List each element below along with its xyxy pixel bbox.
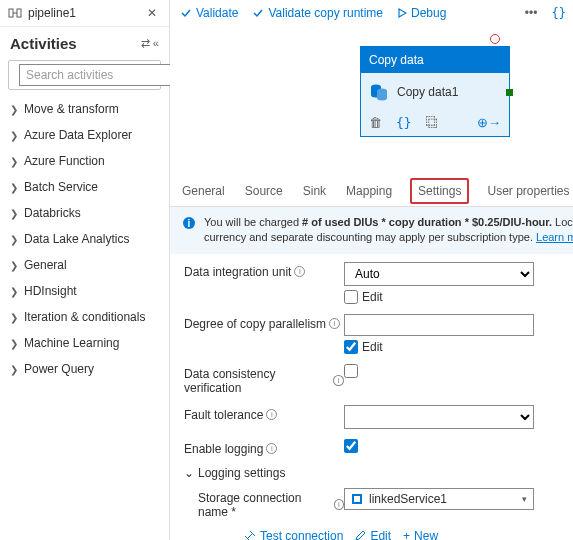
- storage-connection-select[interactable]: linkedService1 ▾: [344, 488, 534, 510]
- tree-item[interactable]: ❯Databricks: [0, 200, 169, 226]
- tree-item[interactable]: ❯Power Query: [0, 356, 169, 382]
- diu-edit-checkbox[interactable]: [344, 290, 358, 304]
- node-header: Copy data: [361, 47, 509, 73]
- info-icon: i: [182, 216, 196, 230]
- tree-item[interactable]: ❯General: [0, 252, 169, 278]
- chevron-right-icon: ❯: [10, 104, 18, 115]
- svg-rect-0: [9, 9, 13, 17]
- tab-source[interactable]: Source: [243, 176, 285, 206]
- copy-data-node[interactable]: Copy data Copy data1 🗑 {} ⿻ ⊕→: [360, 46, 510, 137]
- pencil-icon: [355, 530, 366, 540]
- tab-general[interactable]: General: [180, 176, 227, 206]
- chevron-right-icon: ❯: [10, 208, 18, 219]
- logging-label: Enable logging: [184, 442, 263, 456]
- tree-item[interactable]: ❯HDInsight: [0, 278, 169, 304]
- validate-button[interactable]: Validate: [180, 6, 238, 20]
- close-icon[interactable]: ✕: [143, 6, 161, 20]
- pricing-info-banner: i You will be charged # of used DIUs * c…: [170, 207, 573, 254]
- chevron-right-icon: ❯: [10, 260, 18, 271]
- new-connection-button[interactable]: +New: [403, 529, 438, 540]
- copy-data-icon: [369, 83, 389, 101]
- consistency-checkbox[interactable]: [344, 364, 358, 378]
- info-icon[interactable]: i: [294, 266, 305, 277]
- info-icon[interactable]: i: [329, 318, 340, 329]
- pipeline-title: pipeline1: [28, 6, 143, 20]
- chevron-right-icon: ❯: [10, 182, 18, 193]
- chevron-right-icon: ❯: [10, 338, 18, 349]
- validation-error-icon[interactable]: [490, 34, 500, 44]
- chevron-right-icon: ❯: [10, 312, 18, 323]
- expand-collapse-icon[interactable]: ⇄ «: [141, 37, 159, 50]
- chevron-right-icon: ❯: [10, 130, 18, 141]
- plus-icon: +: [403, 529, 410, 540]
- activities-heading: Activities: [10, 35, 141, 52]
- linked-service-icon: [351, 493, 363, 505]
- info-icon[interactable]: i: [333, 375, 344, 386]
- connection-icon: [244, 530, 256, 540]
- node-output-icon[interactable]: ⊕→: [477, 115, 501, 130]
- consistency-label: Data consistency verification: [184, 367, 330, 395]
- tab-sink[interactable]: Sink: [301, 176, 328, 206]
- tab-user-properties[interactable]: User properties: [485, 176, 571, 206]
- chevron-right-icon: ❯: [10, 234, 18, 245]
- validate-runtime-button[interactable]: Validate copy runtime: [252, 6, 383, 20]
- svg-rect-14: [354, 496, 360, 502]
- tree-item[interactable]: ❯Machine Learning: [0, 330, 169, 356]
- edit-connection-button[interactable]: Edit: [355, 529, 391, 540]
- toolbar-more-icon[interactable]: •••: [525, 6, 538, 20]
- check-icon: [180, 7, 192, 19]
- play-icon: [397, 8, 407, 18]
- tree-item[interactable]: ❯Azure Data Explorer: [0, 122, 169, 148]
- chevron-right-icon: ❯: [10, 156, 18, 167]
- test-connection-button[interactable]: Test connection: [244, 529, 343, 540]
- tree-item[interactable]: ❯Iteration & conditionals: [0, 304, 169, 330]
- settings-tabs: GeneralSourceSinkMappingSettingsUser pro…: [170, 176, 573, 207]
- fault-label: Fault tolerance: [184, 408, 263, 422]
- logging-settings-toggle[interactable]: ⌄Logging settings: [184, 466, 573, 480]
- delete-icon[interactable]: 🗑: [369, 115, 382, 130]
- svg-rect-1: [17, 9, 21, 17]
- code-view-icon[interactable]: {}: [551, 6, 565, 20]
- info-icon[interactable]: i: [266, 443, 277, 454]
- check-icon: [252, 7, 264, 19]
- parallelism-label: Degree of copy parallelism: [184, 317, 326, 331]
- tab-mapping[interactable]: Mapping: [344, 176, 394, 206]
- chevron-down-icon: ⌄: [184, 466, 194, 480]
- node-code-icon[interactable]: {}: [396, 115, 412, 130]
- pipeline-canvas[interactable]: Copy data Copy data1 🗑 {} ⿻ ⊕→ ⊡ +: [170, 26, 573, 176]
- tree-item[interactable]: ❯Batch Service: [0, 174, 169, 200]
- node-name: Copy data1: [397, 85, 458, 99]
- info-icon[interactable]: i: [334, 499, 344, 510]
- search-input-wrap[interactable]: [8, 60, 161, 90]
- info-icon[interactable]: i: [266, 409, 277, 420]
- chevron-down-icon: ▾: [522, 494, 527, 504]
- search-input[interactable]: [19, 64, 183, 86]
- tree-item[interactable]: ❯Data Lake Analytics: [0, 226, 169, 252]
- tree-item[interactable]: ❯Move & transform: [0, 96, 169, 122]
- learn-more-link[interactable]: Learn more: [536, 231, 573, 243]
- tab-settings[interactable]: Settings: [410, 178, 469, 204]
- diu-label: Data integration unit: [184, 265, 291, 279]
- tree-item[interactable]: ❯Azure Function: [0, 148, 169, 174]
- node-success-handle[interactable]: [506, 89, 513, 96]
- activities-tree: ❯Move & transform❯Azure Data Explorer❯Az…: [0, 96, 169, 540]
- debug-button[interactable]: Debug: [397, 6, 446, 20]
- parallelism-edit-checkbox[interactable]: [344, 340, 358, 354]
- chevron-right-icon: ❯: [10, 364, 18, 375]
- pipeline-icon: [8, 6, 22, 20]
- logging-checkbox[interactable]: [344, 439, 358, 453]
- pipeline-tab[interactable]: pipeline1 ✕: [0, 0, 169, 27]
- fault-select[interactable]: [344, 405, 534, 429]
- parallelism-input[interactable]: [344, 314, 534, 336]
- clone-icon[interactable]: ⿻: [426, 115, 439, 130]
- svg-text:i: i: [188, 218, 191, 229]
- diu-select[interactable]: Auto: [344, 262, 534, 286]
- chevron-right-icon: ❯: [10, 286, 18, 297]
- storage-conn-label: Storage connection name *: [198, 491, 331, 519]
